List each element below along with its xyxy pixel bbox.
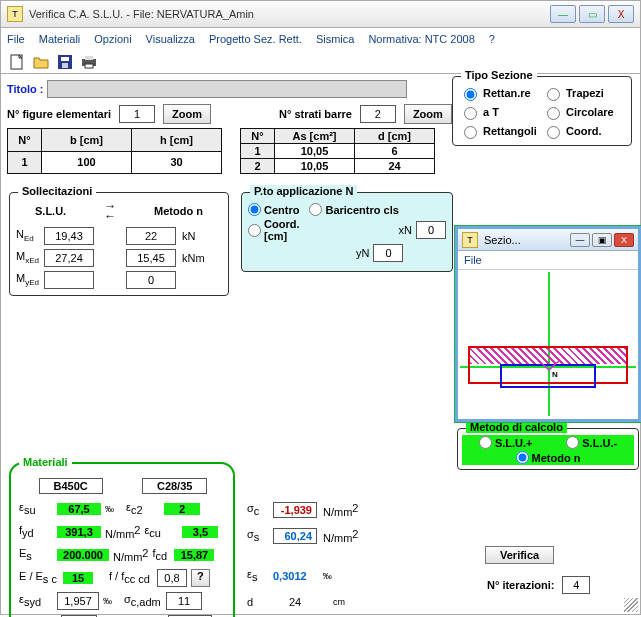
svg-rect-2 <box>61 57 69 61</box>
metodo-calcolo-title: Metodo di calcolo <box>466 421 567 433</box>
menu-opzioni[interactable]: Opzioni <box>94 33 131 45</box>
metodo-slu-minus[interactable]: S.L.U.- <box>566 436 617 449</box>
menubar: File Materiali Opzioni Visualizza Proget… <box>0 28 641 50</box>
sezio-maximize-button[interactable]: ▣ <box>592 233 612 247</box>
zoom-figures-button[interactable]: Zoom <box>163 104 211 124</box>
niter-input[interactable] <box>562 576 590 594</box>
metodo-slu-plus[interactable]: S.L.U.+ <box>479 436 533 449</box>
sollecitazioni-group: Sollecitazioni S.L.U. → ← Metodo n NEd k… <box>9 192 229 296</box>
sigma-cadm-input[interactable] <box>166 592 202 610</box>
help-button[interactable]: ? <box>191 569 210 587</box>
sigma-c-value: -1,939 <box>273 502 317 518</box>
menu-visualizza[interactable]: Visualizza <box>146 33 195 45</box>
titolo-input[interactable] <box>47 80 407 98</box>
resize-grip[interactable] <box>624 598 638 612</box>
tipo-sezione-group: Tipo Sezione Rettan.re Trapezi a T Circo… <box>452 76 632 146</box>
n-ed-input[interactable] <box>44 227 94 245</box>
ecu-value: 3,5 <box>182 526 218 538</box>
tipo-rettangoli[interactable]: Rettangoli <box>459 123 542 139</box>
concrete-grade: C28/35 <box>142 478 207 494</box>
tipo-at[interactable]: a T <box>459 104 542 120</box>
metodo-calcolo-group: Metodo di calcolo S.L.U.+ S.L.U.- Metodo… <box>457 428 639 470</box>
fcc-fcd-input[interactable] <box>157 569 187 587</box>
workspace: Titolo : Tipo Sezione Rettan.re Trapezi … <box>0 74 641 615</box>
bars-table[interactable]: N°As [cm²]d [cm] 110,056 210,0524 <box>240 128 435 174</box>
section-canvas: N <box>458 270 638 418</box>
window-maximize-button[interactable]: ▭ <box>579 5 605 23</box>
window-minimize-button[interactable]: — <box>550 5 576 23</box>
pto-coord[interactable]: Coord.[cm] <box>248 218 317 242</box>
menu-file[interactable]: File <box>7 33 25 45</box>
epsilon-s-value: 0,3012 <box>273 570 307 582</box>
metodo-n-label: Metodo n <box>154 205 203 217</box>
materiali-group: Materiali B450C C28/35 εsu 67,5 ‰ εc2 2 … <box>9 462 235 617</box>
pto-title: P.to applicazione N <box>250 185 357 197</box>
save-icon[interactable] <box>55 52 75 72</box>
window-titlebar: T Verifica C.A. S.L.U. - File: NERVATURA… <box>0 0 641 28</box>
m-xed-input[interactable] <box>44 249 94 267</box>
arrow-left-button[interactable]: ← <box>104 211 116 221</box>
es-ec-value: 15 <box>63 572 93 584</box>
svg-rect-6 <box>85 64 93 68</box>
section-preview-window[interactable]: T Sezio... — ▣ X File N <box>455 226 641 422</box>
m-input-3[interactable] <box>126 271 176 289</box>
num-figure-input[interactable] <box>119 105 155 123</box>
window-close-button[interactable]: X <box>608 5 634 23</box>
esyd-input[interactable] <box>57 592 99 610</box>
titolo-label: Titolo : <box>7 83 43 95</box>
slu-label: S.L.U. <box>35 205 66 217</box>
n-input-2[interactable] <box>126 227 176 245</box>
pto-applicazione-group: P.to applicazione N Centro Baricentro cl… <box>241 192 453 272</box>
verifica-button[interactable]: Verifica <box>485 546 554 564</box>
materiali-title: Materiali <box>19 456 72 468</box>
sezio-title: Sezio... <box>484 234 568 246</box>
tipo-sezione-title: Tipo Sezione <box>461 69 537 81</box>
fyd-value: 391,3 <box>57 526 101 538</box>
pto-centro[interactable]: Centro <box>248 203 299 216</box>
esu-value: 67,5 <box>57 503 101 515</box>
sezio-minimize-button[interactable]: — <box>570 233 590 247</box>
niter-label: N° iterazioni: <box>487 579 554 591</box>
sollecitazioni-title: Sollecitazioni <box>18 185 96 197</box>
xn-input[interactable] <box>416 221 446 239</box>
zoom-bars-button[interactable]: Zoom <box>404 104 452 124</box>
steel-grade: B450C <box>39 478 103 494</box>
sezio-icon: T <box>462 232 478 248</box>
toolbar <box>0 50 641 74</box>
open-icon[interactable] <box>31 52 51 72</box>
tipo-coord[interactable]: Coord. <box>542 123 625 139</box>
sezio-menu-file[interactable]: File <box>458 251 638 270</box>
app-icon: T <box>7 6 23 22</box>
menu-progetto[interactable]: Progetto Sez. Rett. <box>209 33 302 45</box>
tipo-circolare[interactable]: Circolare <box>542 104 625 120</box>
new-icon[interactable] <box>7 52 27 72</box>
sezio-close-button[interactable]: X <box>614 233 634 247</box>
d-value: 24 <box>273 596 317 608</box>
tipo-rettangolare[interactable]: Rettan.re <box>459 85 542 101</box>
svg-rect-5 <box>85 56 93 60</box>
num-bars-label: N° strati barre <box>279 108 352 120</box>
fcd-value: 15,87 <box>174 549 214 561</box>
print-icon[interactable] <box>79 52 99 72</box>
ec2-value: 2 <box>164 503 200 515</box>
menu-help[interactable]: ? <box>489 33 495 45</box>
menu-materiali[interactable]: Materiali <box>39 33 81 45</box>
svg-rect-3 <box>62 63 68 68</box>
pto-baricentro[interactable]: Baricentro cls <box>309 203 398 216</box>
menu-normativa[interactable]: Normativa: NTC 2008 <box>368 33 474 45</box>
sigma-s-value: 60,24 <box>273 528 317 544</box>
m-input-2[interactable] <box>126 249 176 267</box>
yn-input[interactable] <box>373 244 403 262</box>
es-value: 200.000 <box>57 549 109 561</box>
num-figure-label: N° figure elementari <box>7 108 111 120</box>
menu-sismica[interactable]: Sismica <box>316 33 355 45</box>
window-title: Verifica C.A. S.L.U. - File: NERVATURA_A… <box>29 8 547 20</box>
geometry-table[interactable]: N°b [cm]h [cm] 110030 <box>7 128 222 174</box>
num-bars-input[interactable] <box>360 105 396 123</box>
results-panel: σc -1,939 N/mm2 σs 60,24 N/mm2 εs 0,3012… <box>247 500 447 617</box>
m-yed-input[interactable] <box>44 271 94 289</box>
metodo-n[interactable]: Metodo n <box>516 451 581 464</box>
tipo-trapezi[interactable]: Trapezi <box>542 85 625 101</box>
